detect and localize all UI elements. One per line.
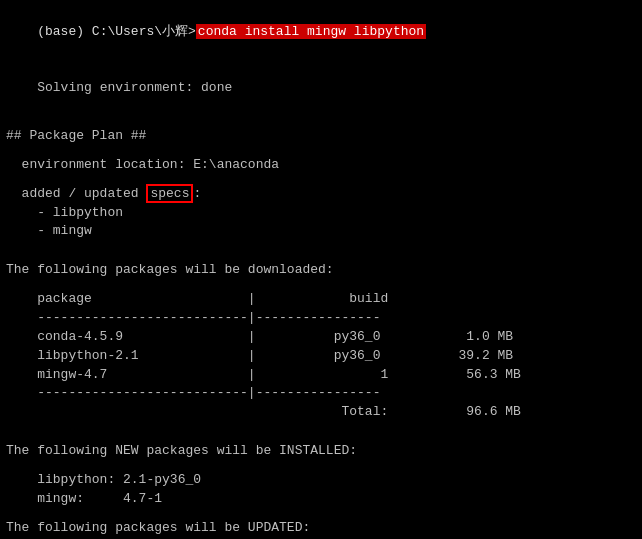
pkg-plan-line: ## Package Plan ## — [6, 127, 636, 146]
new-install-header: The following NEW packages will be INSTA… — [6, 442, 636, 461]
spacer3 — [6, 175, 636, 185]
table-sep-line2: ---------------------------|------------… — [6, 384, 636, 403]
new-mingw-line: mingw: 4.7-1 — [6, 490, 636, 509]
prompt: (base) C:\Users\小辉> — [37, 24, 196, 39]
spacer5 — [6, 251, 636, 261]
spacer10 — [6, 509, 636, 519]
spec-libpython-line: - libpython — [6, 204, 636, 223]
spacer7 — [6, 422, 636, 432]
spec-mingw-line: - mingw — [6, 222, 636, 241]
spacer6 — [6, 280, 636, 290]
total-line: Total: 96.6 MB — [6, 403, 636, 422]
table-sep-line1: ---------------------------|------------… — [6, 309, 636, 328]
env-location-line: environment location: E:\anaconda — [6, 156, 636, 175]
terminal-window: (base) C:\Users\小辉>conda install mingw l… — [0, 0, 642, 539]
table-header-line: package | build — [6, 290, 636, 309]
download-header-line: The following packages will be downloade… — [6, 261, 636, 280]
updated-header: The following packages will be UPDATED: — [6, 519, 636, 538]
command-line: (base) C:\Users\小辉>conda install mingw l… — [6, 4, 636, 61]
solving-line: Solving environment: done — [6, 61, 636, 118]
spacer8 — [6, 432, 636, 442]
new-libpython-line: libpython: 2.1-py36_0 — [6, 471, 636, 490]
specs-header-line: added / updated specs: — [6, 185, 636, 204]
spacer1 — [6, 117, 636, 127]
spacer9 — [6, 461, 636, 471]
mingw-pkg-line: mingw-4.7 | 1 56.3 MB — [6, 366, 636, 385]
libpython-pkg-line: libpython-2.1 | py36_0 39.2 MB — [6, 347, 636, 366]
spacer4 — [6, 241, 636, 251]
spacer2 — [6, 146, 636, 156]
command-highlight: conda install mingw libpython — [196, 24, 426, 39]
conda-pkg-line: conda-4.5.9 | py36_0 1.0 MB — [6, 328, 636, 347]
specs-highlight: specs — [146, 184, 193, 203]
